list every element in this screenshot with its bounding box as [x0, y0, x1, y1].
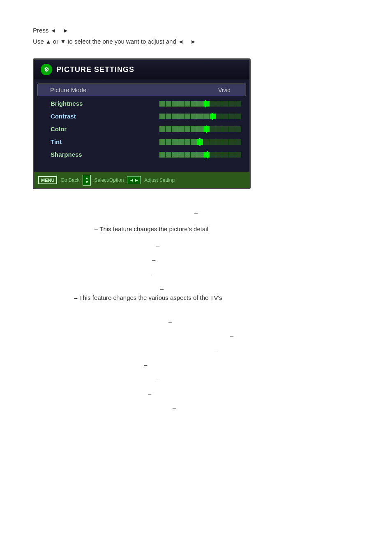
right-arrow-2-icon: ► [190, 37, 196, 47]
dash-7: – [33, 332, 359, 339]
instruction-line-2: Use ▲ or ▼ to select the one you want to… [33, 36, 359, 47]
sharpness-slider [159, 152, 241, 158]
tint-label: Tint [51, 138, 100, 145]
feature-desc-1: – This feature changes the picture's det… [33, 223, 359, 234]
color-row[interactable]: Color [34, 123, 249, 135]
tv-header: ⚙ PICTURE SETTINGS [34, 60, 249, 79]
dash-5: – [33, 285, 359, 292]
tv-content-area: Picture Mode Vivid Brightness [34, 79, 249, 172]
dash-10: – [33, 376, 359, 383]
description-section: – – This feature changes the picture's d… [33, 202, 359, 411]
instructions-block: Press ◄ ► Use ▲ or ▼ to select the one y… [33, 25, 359, 47]
picture-mode-value: Vivid [208, 87, 241, 93]
dash-2: – [33, 242, 359, 249]
dash-8: – [33, 347, 359, 354]
dash-6: – [33, 318, 359, 325]
sharpness-row[interactable]: Sharpness [34, 148, 249, 161]
color-slider [159, 126, 241, 132]
instruction-line-1: Press ◄ ► [33, 25, 359, 36]
brightness-label: Brightness [51, 100, 100, 107]
dash-9: – [33, 361, 359, 368]
dash-3: – [33, 256, 359, 263]
dash-1: – [33, 209, 359, 216]
picture-mode-row[interactable]: Picture Mode Vivid [37, 84, 246, 96]
dash-11: – [33, 390, 359, 397]
empty-row [34, 161, 249, 169]
color-label: Color [51, 125, 100, 132]
right-arrow-icon: ► [63, 26, 69, 36]
contrast-row[interactable]: Contrast [34, 110, 249, 123]
feature-desc-2: – This feature changes the various aspec… [33, 292, 359, 303]
down-arrow-icon: ▼ [60, 37, 66, 47]
dash-4: – [33, 271, 359, 278]
up-down-arrows[interactable]: ▲▼ [83, 175, 91, 186]
select-option-label: Select/Option [94, 177, 124, 183]
sharpness-label: Sharpness [51, 151, 100, 158]
left-arrow-2-icon: ◄ [178, 37, 184, 47]
left-arrow-icon: ◄ [51, 26, 56, 36]
settings-icon: ⚙ [41, 64, 52, 75]
dash-12: – [33, 404, 359, 411]
picture-mode-label: Picture Mode [50, 86, 99, 93]
brightness-slider [159, 101, 241, 107]
screen-title: PICTURE SETTINGS [56, 65, 134, 74]
contrast-label: Contrast [51, 113, 100, 120]
tv-screen: ⚙ PICTURE SETTINGS Picture Mode Vivid Br… [33, 58, 251, 189]
brightness-row[interactable]: Brightness [34, 97, 249, 110]
tint-slider [159, 139, 241, 145]
tv-bottom-bar: MENU Go Back ▲▼ Select/Option ◄► Adjust … [34, 172, 249, 188]
menu-button[interactable]: MENU [38, 176, 57, 184]
lr-arrows[interactable]: ◄► [127, 176, 141, 184]
adjust-setting-label: Adjust Setting [144, 177, 175, 183]
up-arrow-icon: ▲ [46, 37, 51, 47]
go-back-label: Go Back [60, 177, 79, 183]
contrast-slider [159, 114, 241, 119]
tint-row[interactable]: Tint [34, 135, 249, 148]
